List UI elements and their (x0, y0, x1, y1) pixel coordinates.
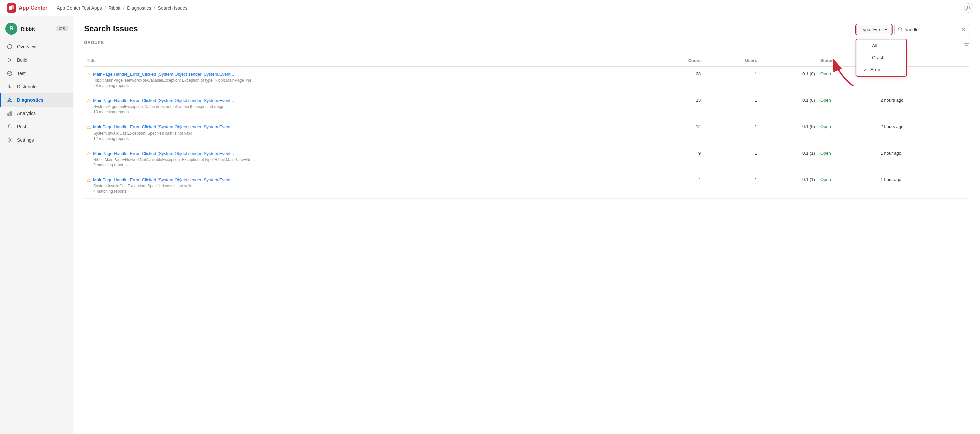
app-logo[interactable]: App Center (7, 3, 48, 13)
sidebar-item-diagnostics[interactable]: Diagnostics (0, 93, 73, 107)
issue-status: Open (818, 93, 878, 119)
breadcrumb-2[interactable]: Ribbit (108, 5, 121, 11)
close-button[interactable]: ✕ (961, 26, 966, 33)
filter-icon[interactable] (963, 42, 969, 50)
build-icon (6, 57, 13, 63)
issue-title-cell: ⚠ MainPage.Handle_Error_Clicked (System.… (84, 172, 646, 198)
issue-impact: 0.1 (0) (760, 119, 818, 146)
issue-impact: 0.1 (0) (760, 67, 818, 93)
user-avatar[interactable] (964, 3, 973, 13)
issue-reports: 12 matching reports (94, 136, 643, 141)
diagnostics-icon (6, 97, 13, 103)
app-avatar: R (5, 23, 18, 35)
sidebar-app-header: R Ribbit iOS (0, 19, 73, 39)
sidebar-item-build[interactable]: Build (0, 53, 73, 67)
platform-badge: iOS (56, 26, 68, 31)
type-dropdown[interactable]: Type: Error ▾ (856, 25, 892, 34)
table-row[interactable]: ⚠ MainPage.Handle_Error_Clicked (System.… (84, 67, 969, 93)
issue-reports: 9 matching reports (94, 163, 643, 167)
issue-title[interactable]: MainPage.Handle_Error_Clicked (System.Ob… (93, 98, 234, 104)
breadcrumb-3[interactable]: Diagnostics (127, 5, 151, 11)
issue-count: 12 (646, 119, 703, 146)
issue-last-report: 1 hour ago (878, 146, 969, 172)
issue-subtitle: System.ArgumentException: Value does not… (94, 105, 643, 109)
issues-tbody: ⚠ MainPage.Handle_Error_Clicked (System.… (84, 67, 969, 199)
settings-icon (6, 137, 13, 143)
svg-rect-7 (8, 114, 9, 115)
error-check-icon: ✓ (863, 67, 867, 72)
issue-users: 1 (703, 146, 760, 172)
issue-title[interactable]: MainPage.Handle_Error_Clicked (System.Ob… (93, 150, 234, 157)
table-row[interactable]: ⚠ MainPage.Handle_Error_Clicked (System.… (84, 119, 969, 146)
issue-count: 4 (646, 172, 703, 198)
type-label: Type: (861, 27, 871, 32)
issue-users: 1 (703, 93, 760, 119)
warning-icon: ⚠ (87, 98, 91, 103)
search-icon (898, 27, 903, 33)
sidebar-item-overview[interactable]: Overview (0, 40, 73, 53)
issue-last-report: 2 hours ago (878, 119, 969, 146)
warning-icon: ⚠ (87, 151, 91, 156)
push-icon (6, 124, 13, 130)
warning-icon: ⚠ (87, 72, 91, 77)
col-impact (760, 55, 818, 67)
groups-header: Groups (84, 40, 969, 51)
breadcrumb-4[interactable]: Search Issues (158, 5, 188, 11)
table-row[interactable]: ⚠ MainPage.Handle_Error_Clicked (System.… (84, 93, 969, 119)
breadcrumb-1[interactable]: App Center Test Apps (57, 5, 102, 11)
issue-reports: 4 matching reports (94, 189, 643, 194)
issue-status: Open (818, 119, 878, 146)
sidebar-item-analytics[interactable]: Analytics (0, 107, 73, 120)
issue-impact: 0.1 (1) (760, 172, 818, 198)
sidebar-nav: Overview Build Test Distribute (0, 40, 73, 147)
groups-section: Groups Title Count Users Status Last rep… (84, 40, 969, 199)
issue-count: 13 (646, 93, 703, 119)
top-nav: App Center App Center Test Apps / Ribbit… (0, 0, 980, 16)
issue-subtitle: System.InvalidCastException: Specified c… (94, 131, 643, 136)
issue-title[interactable]: MainPage.Handle_Error_Clicked (System.Ob… (93, 71, 234, 77)
groups-label: Groups (84, 40, 104, 48)
issue-status: Open (818, 146, 878, 172)
issue-reports: 13 matching reports (94, 110, 643, 114)
test-icon (6, 70, 13, 77)
issues-table: Title Count Users Status Last report ⚠ M… (84, 55, 969, 199)
dropdown-label-crash: Crash (872, 55, 884, 60)
dropdown-item-crash[interactable]: Crash (857, 52, 906, 64)
dropdown-item-all[interactable]: All (857, 40, 906, 52)
issue-status: Open (818, 172, 878, 198)
dropdown-item-error[interactable]: ✓ Error (857, 64, 906, 76)
issue-title[interactable]: MainPage.Handle_Error_Clicked (System.Ob… (93, 124, 234, 130)
table-row[interactable]: ⚠ MainPage.Handle_Error_Clicked (System.… (84, 172, 969, 198)
issue-subtitle: Ribbit.MainPage+NetworkNotAvailableExcep… (94, 157, 643, 162)
breadcrumb: App Center Test Apps / Ribbit / Diagnost… (57, 5, 188, 11)
chevron-down-icon: ▾ (885, 27, 887, 32)
issue-title-cell: ⚠ MainPage.Handle_Error_Clicked (System.… (84, 119, 646, 146)
breadcrumb-sep-1: / (104, 5, 106, 11)
sidebar-item-distribute[interactable]: Distribute (0, 80, 73, 93)
warning-icon: ⚠ (87, 124, 91, 130)
type-dropdown-menu: All Crash ✓ Error (856, 39, 906, 76)
issue-impact: 0.1 (1) (760, 146, 818, 172)
page-title: Search Issues (84, 24, 969, 33)
svg-point-6 (10, 101, 10, 101)
sidebar-item-push[interactable]: Push (0, 120, 73, 133)
top-nav-right (964, 3, 973, 13)
search-input-wrap: ✕ (894, 24, 969, 35)
svg-rect-8 (10, 112, 10, 115)
warning-icon: ⚠ (87, 177, 91, 183)
app-name-label: App Center (19, 5, 48, 11)
svg-point-3 (8, 45, 12, 49)
table-row[interactable]: ⚠ MainPage.Handle_Error_Clicked (System.… (84, 146, 969, 172)
issue-reports: 28 matching reports (94, 83, 643, 88)
issue-count: 28 (646, 67, 703, 93)
svg-rect-9 (11, 112, 12, 115)
search-input[interactable] (905, 27, 958, 32)
svg-rect-1 (11, 5, 14, 9)
sidebar-item-test[interactable]: Test (0, 67, 73, 80)
sidebar-item-settings[interactable]: Settings (0, 133, 73, 147)
issue-title-cell: ⚠ MainPage.Handle_Error_Clicked (System.… (84, 93, 646, 119)
col-title: Title (84, 55, 646, 67)
issue-title[interactable]: MainPage.Handle_Error_Clicked (System.Ob… (93, 177, 234, 183)
search-bar-area: Type: Error ▾ All Crash ✓ (856, 24, 969, 35)
issue-title-cell: ⚠ MainPage.Handle_Error_Clicked (System.… (84, 146, 646, 172)
